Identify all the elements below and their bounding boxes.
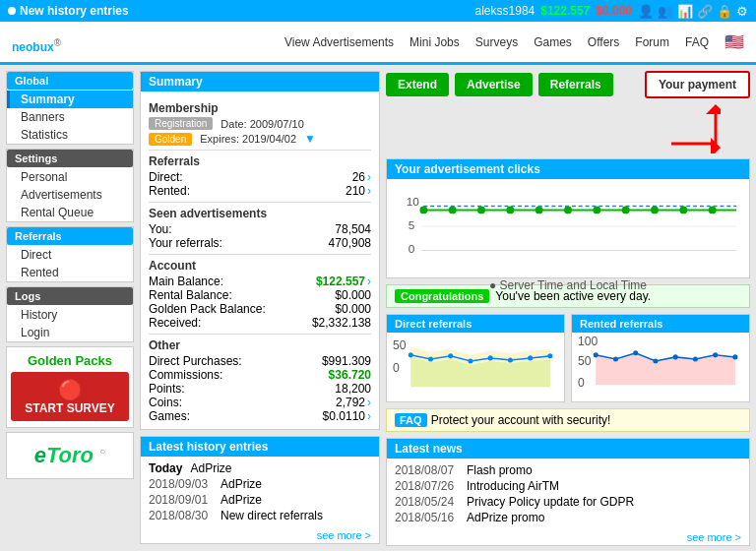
extend-button[interactable]: Extend (386, 73, 449, 96)
nav-links: View Advertisements Mini Jobs Surveys Ga… (284, 32, 744, 51)
history-see-more[interactable]: see more > (141, 527, 379, 543)
global-header: Global (7, 72, 133, 90)
nav-forum[interactable]: Forum (635, 35, 669, 49)
nav-surveys[interactable]: Surveys (475, 35, 518, 49)
rented-val: 210 (346, 184, 365, 198)
golden-pack-balance-val: $0.000 (335, 302, 371, 316)
sidebar-item-statistics[interactable]: Statistics (7, 126, 133, 144)
ad-clicks-chart-box: Your advertisement clicks 10 5 0 (386, 158, 750, 278)
language-flag[interactable]: 🇺🇸 (724, 32, 744, 51)
refs-seen-row: Your referrals: 470,908 (149, 236, 371, 250)
svg-point-20 (709, 207, 717, 214)
games-val: $0.0110 (323, 409, 365, 423)
chart-legend: ● Server Time and Local Time (395, 278, 741, 292)
your-refs-val: 470,908 (329, 236, 371, 250)
svg-text:0: 0 (409, 242, 415, 255)
sidebar-item-summary[interactable]: Summary (7, 91, 133, 108)
link-icon[interactable]: 🔗 (697, 4, 713, 19)
faq-bar: FAQ Protect your account with security! (386, 408, 750, 432)
golden-arrow[interactable]: ▼ (304, 132, 316, 146)
history-row-0: Today AdPrize (149, 460, 371, 476)
person2-icon[interactable]: 👥 (658, 4, 673, 19)
direct-val: 26 (352, 170, 365, 184)
direct-refs-svg: 50 0 (391, 337, 560, 398)
logs-header: Logs (7, 287, 133, 305)
sidebar-item-banners[interactable]: Banners (7, 108, 133, 126)
coins-row: Coins: 2,792 › (149, 396, 371, 409)
news-see-more[interactable]: see more > (387, 529, 749, 545)
history-desc-2: AdPrize (220, 493, 262, 507)
sidebar-item-advertisements[interactable]: Advertisements (7, 186, 133, 204)
username: alekss1984 (475, 4, 536, 18)
news-desc-0: Flash promo (467, 463, 533, 477)
svg-point-26 (428, 356, 433, 361)
points-label: Points: (149, 382, 185, 396)
direct-arrow[interactable]: › (367, 170, 371, 184)
news-desc-3: AdPrize promo (467, 511, 544, 524)
svg-point-17 (622, 207, 630, 214)
svg-point-29 (488, 355, 493, 360)
svg-point-28 (468, 358, 472, 363)
summary-header: Summary (141, 72, 379, 92)
nav-faq[interactable]: FAQ (685, 35, 709, 49)
etoro-ad[interactable]: eToro ○ (6, 432, 134, 479)
news-content: 2018/08/07 Flash promo 2018/07/26 Introd… (387, 459, 749, 529)
sidebar-item-history[interactable]: History (7, 306, 133, 324)
sidebar-item-rented[interactable]: Rented (7, 264, 133, 281)
svg-point-40 (653, 358, 658, 363)
advertise-button[interactable]: Advertise (455, 73, 533, 96)
svg-point-19 (679, 207, 687, 214)
start-survey-label: START SURVEY (17, 401, 123, 415)
person-icon[interactable]: 👤 (638, 4, 654, 19)
start-survey-button[interactable]: 🔴 START SURVEY (11, 372, 129, 421)
nav-view-ads[interactable]: View Advertisements (284, 35, 394, 49)
svg-point-25 (409, 352, 413, 357)
svg-point-16 (593, 207, 600, 214)
direct-ref-row: Direct: 26 › (149, 170, 371, 184)
membership-row: Registration Date: 2009/07/10 (149, 117, 371, 130)
points-val: 18,200 (335, 382, 371, 396)
gear-icon[interactable]: ⚙ (736, 4, 748, 19)
svg-point-38 (613, 356, 618, 361)
your-refs-label: Your referrals: (149, 236, 222, 250)
logs-group: Logs History Login (6, 286, 134, 342)
right-column: Extend Advertise Referrals Your payment … (386, 71, 750, 546)
svg-point-32 (547, 353, 552, 358)
svg-point-44 (732, 354, 737, 359)
nav-offers[interactable]: Offers (588, 35, 619, 49)
your-payment-button[interactable]: Your payment (645, 71, 750, 98)
svg-point-39 (633, 350, 638, 355)
lock-icon[interactable]: 🔒 (717, 4, 732, 19)
summary-box: Summary Membership Registration Date: 20… (140, 71, 380, 430)
global-group: Global Summary Banners Statistics (6, 71, 134, 145)
main-balance-val: $122.557 (316, 275, 365, 288)
top-bar: New history entries alekss1984 $122.557 … (0, 0, 756, 22)
sidebar-item-rental-queue[interactable]: Rental Queue (7, 204, 133, 221)
svg-point-11 (449, 207, 457, 214)
sidebar-item-direct[interactable]: Direct (7, 246, 133, 264)
games-arrow[interactable]: › (367, 409, 371, 423)
news-date-1: 2018/07/26 (395, 479, 459, 493)
commissions-row: Commissions: $36.720 (149, 368, 371, 382)
nav-mini-jobs[interactable]: Mini Jobs (410, 35, 460, 49)
referrals-button[interactable]: Referrals (538, 73, 613, 96)
svg-point-37 (594, 352, 598, 357)
direct-purchases-val: $991.309 (322, 354, 371, 368)
settings-group: Settings Personal Advertisements Rental … (6, 149, 134, 222)
svg-point-30 (508, 357, 513, 362)
coins-arrow[interactable]: › (367, 396, 371, 409)
balance-arrow[interactable]: › (367, 275, 371, 288)
svg-point-18 (651, 207, 659, 214)
nav-games[interactable]: Games (534, 35, 572, 49)
rented-arrow[interactable]: › (367, 184, 371, 198)
bar-chart-icon[interactable]: 📊 (677, 4, 693, 19)
news-desc-1: Introducing AirTM (467, 479, 559, 493)
new-entries-notice[interactable]: New history entries (8, 4, 129, 18)
sidebar-item-login[interactable]: Login (7, 324, 133, 341)
main-balance-label: Main Balance: (149, 275, 223, 288)
direct-refs-chart-box: Direct referrals 50 0 (386, 314, 565, 402)
sidebar-item-personal[interactable]: Personal (7, 168, 133, 186)
direct-refs-header: Direct referrals (387, 315, 564, 333)
direct-val-group: 26 › (352, 170, 371, 184)
ad-clicks-svg: 10 5 0 (395, 185, 741, 274)
